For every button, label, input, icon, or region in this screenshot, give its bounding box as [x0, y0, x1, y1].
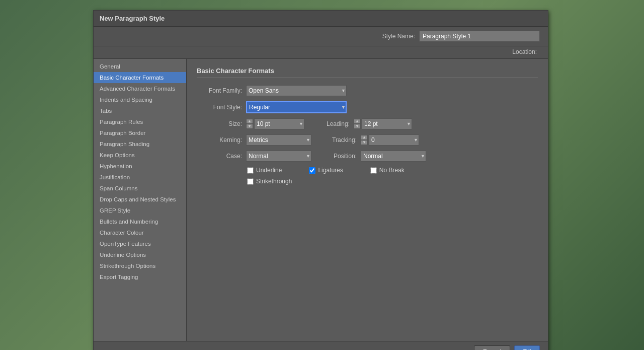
leading-dropdown[interactable]: 12 pt: [362, 118, 412, 129]
size-dropdown[interactable]: 10 pt: [254, 118, 304, 129]
size-dropdown-wrap: 10 pt ▼: [254, 118, 304, 129]
case-col: Case: Normal ▼: [197, 151, 311, 162]
font-family-label: Font Family:: [197, 87, 242, 94]
font-family-dropdown-wrap: Open Sans ▼: [246, 85, 347, 96]
style-name-label: Style Name:: [382, 33, 415, 40]
nav-item-paragraph-shading[interactable]: Paragraph Shading: [94, 138, 186, 150]
kerning-label: Kerning:: [197, 136, 242, 144]
nav-item-tabs[interactable]: Tabs: [94, 105, 186, 116]
cancel-button[interactable]: Cancel: [474, 345, 510, 350]
font-style-label: Font Style:: [197, 104, 242, 111]
kerning-tracking-row: Kerning: Metrics ▼ Tracking: ▲ ▼: [197, 134, 538, 146]
section-title: Basic Character Formats: [197, 67, 538, 78]
size-spinner-buttons: ▲ ▼: [246, 119, 253, 129]
nav-item-indents-spacing[interactable]: Indents and Spacing: [94, 94, 186, 105]
font-style-row: Font Style: Regular ▼: [197, 101, 538, 113]
tracking-dropdown[interactable]: 0: [369, 134, 419, 146]
strikethrough-checkbox[interactable]: [247, 178, 254, 185]
ok-button[interactable]: OK: [514, 345, 540, 350]
nav-item-span-columns[interactable]: Span Columns: [94, 183, 186, 194]
position-label: Position:: [321, 153, 357, 160]
tracking-spinner-buttons: ▲ ▼: [361, 135, 368, 145]
case-label: Case:: [197, 153, 242, 160]
strikethrough-label[interactable]: Strikethrough: [256, 178, 292, 185]
nav-item-character-colour[interactable]: Character Colour: [94, 227, 186, 238]
kerning-dropdown-wrap: Metrics ▼: [246, 134, 311, 146]
no-break-checkbox-group: No Break: [370, 167, 405, 174]
nav-item-grep-style[interactable]: GREP Style: [94, 205, 186, 216]
nav-item-paragraph-border[interactable]: Paragraph Border: [94, 127, 186, 138]
leading-spinner-up[interactable]: ▲: [354, 119, 361, 124]
nav-item-keep-options[interactable]: Keep Options: [94, 150, 186, 161]
font-family-row: Font Family: Open Sans ▼: [197, 85, 538, 96]
nav-item-drop-caps[interactable]: Drop Caps and Nested Styles: [94, 194, 186, 205]
position-col: Position: Normal ▼: [321, 151, 426, 162]
nav-item-strikethrough-options[interactable]: Strikethrough Options: [94, 260, 186, 271]
dialog-title: New Paragraph Style: [100, 15, 165, 22]
kerning-dropdown[interactable]: Metrics: [246, 134, 311, 146]
content-panel: Basic Character Formats Font Family: Ope…: [187, 59, 548, 341]
ligatures-checkbox-group: Ligatures: [309, 167, 343, 174]
leading-spinner-buttons: ▲ ▼: [354, 119, 361, 129]
underline-checkbox[interactable]: [247, 167, 254, 174]
strikethrough-checkbox-group: Strikethrough: [247, 178, 292, 185]
position-dropdown-wrap: Normal ▼: [361, 151, 426, 162]
nav-item-underline-options[interactable]: Underline Options: [94, 249, 186, 260]
checkboxes-row-1: Underline Ligatures No Break: [247, 167, 538, 174]
nav-item-advanced-char-formats[interactable]: Advanced Character Formats: [94, 83, 186, 94]
underline-checkbox-group: Underline: [247, 167, 282, 174]
location-label: Location:: [512, 48, 537, 55]
case-dropdown[interactable]: Normal: [246, 151, 311, 162]
dialog-body: General Basic Character Formats Advanced…: [94, 59, 548, 341]
new-paragraph-style-dialog: New Paragraph Style Style Name: Location…: [93, 10, 548, 350]
font-style-dropdown-wrap: Regular ▼: [246, 101, 347, 113]
tracking-spinner-up[interactable]: ▲: [361, 135, 368, 140]
nav-item-hyphenation[interactable]: Hyphenation: [94, 161, 186, 172]
leading-dropdown-wrap: 12 pt ▼: [362, 118, 412, 129]
font-family-dropdown[interactable]: Open Sans: [246, 85, 347, 96]
size-col: Size: ▲ ▼ 10 pt ▼: [197, 118, 304, 129]
tracking-spinner: ▲ ▼ 0 ▼: [361, 134, 419, 146]
style-name-input[interactable]: [419, 31, 540, 42]
nav-item-justification[interactable]: Justification: [94, 172, 186, 183]
nav-item-opentype-features[interactable]: OpenType Features: [94, 238, 186, 249]
tracking-label: Tracking:: [321, 136, 357, 144]
size-spinner-down[interactable]: ▼: [246, 124, 253, 129]
kerning-col: Kerning: Metrics ▼: [197, 134, 311, 146]
underline-label[interactable]: Underline: [256, 167, 282, 174]
tracking-spinner-down[interactable]: ▼: [361, 140, 368, 145]
nav-item-general[interactable]: General: [94, 61, 186, 72]
nav-item-export-tagging[interactable]: Export Tagging: [94, 271, 186, 283]
ligatures-checkbox[interactable]: [309, 167, 315, 174]
leading-spinner: ▲ ▼ 12 pt ▼: [354, 118, 412, 129]
nav-item-bullets-numbering[interactable]: Bullets and Numbering: [94, 216, 186, 227]
checkboxes-row-2: Strikethrough: [247, 178, 538, 185]
nav-item-paragraph-rules[interactable]: Paragraph Rules: [94, 116, 186, 127]
tracking-col: Tracking: ▲ ▼ 0 ▼: [321, 134, 419, 146]
leading-col: Leading: ▲ ▼ 12 pt ▼: [314, 118, 412, 129]
font-style-dropdown[interactable]: Regular: [246, 101, 347, 113]
size-spinner-up[interactable]: ▲: [246, 119, 253, 124]
position-dropdown[interactable]: Normal: [361, 151, 426, 162]
no-break-checkbox[interactable]: [370, 167, 377, 174]
dialog-titlebar: New Paragraph Style: [94, 11, 548, 27]
size-leading-row: Size: ▲ ▼ 10 pt ▼: [197, 118, 538, 129]
tracking-dropdown-wrap: 0 ▼: [369, 134, 419, 146]
case-position-row: Case: Normal ▼ Position: Normal ▼: [197, 151, 538, 162]
size-label: Size:: [197, 120, 242, 127]
nav-panel: General Basic Character Formats Advanced…: [94, 59, 187, 341]
dialog-footer: Cancel OK: [94, 341, 548, 350]
case-dropdown-wrap: Normal ▼: [246, 151, 311, 162]
leading-spinner-down[interactable]: ▼: [354, 124, 361, 129]
no-break-label[interactable]: No Break: [379, 167, 405, 174]
size-spinner: ▲ ▼ 10 pt ▼: [246, 118, 304, 129]
leading-label: Leading:: [314, 120, 350, 127]
ligatures-label[interactable]: Ligatures: [318, 167, 343, 174]
nav-item-basic-char-formats[interactable]: Basic Character Formats: [94, 72, 186, 83]
